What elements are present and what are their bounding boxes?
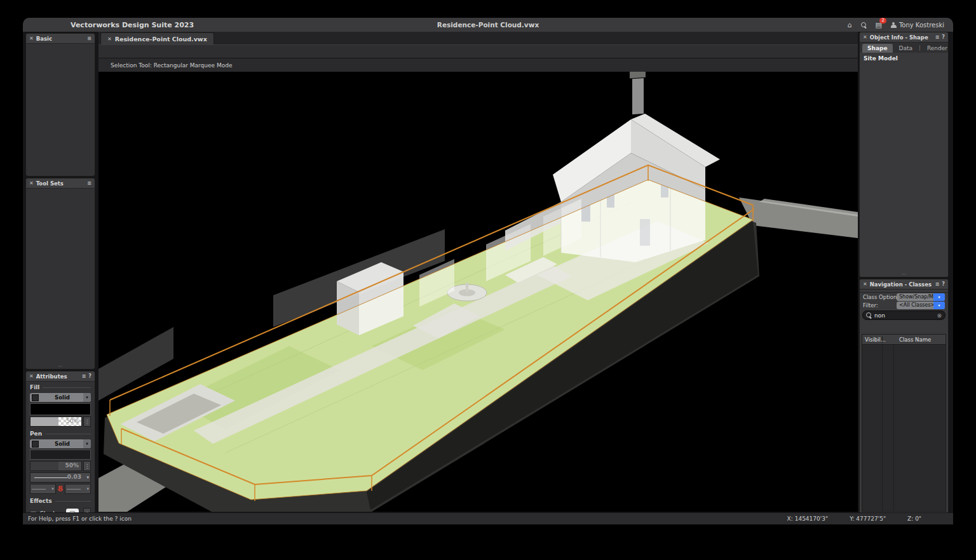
view-toolbar	[98, 44, 858, 58]
fill-style-dropdown[interactable]: Solid▾	[30, 393, 91, 402]
drawing-viewport[interactable]	[98, 72, 858, 512]
clear-search-icon[interactable]: ⊗	[937, 312, 942, 319]
line-weight-dropdown[interactable]: 0.03▾	[30, 472, 91, 483]
pen-opacity-options-button[interactable]: ⋮	[83, 461, 91, 471]
pen-opacity-fill	[30, 462, 58, 470]
panel-menu-icon[interactable]: ≡	[935, 34, 940, 40]
palette-close-icon[interactable]: ✕	[29, 180, 34, 186]
class-options-value: Show/Snap/Modify O...	[897, 294, 933, 300]
window-controls	[30, 22, 62, 29]
chevron-down-icon: ▾	[87, 486, 90, 491]
z-coord-value: 0"	[915, 516, 921, 522]
attributes-palette: ✕Attributes≡? Fill Solid▾ 50%⋮ Pen Solid…	[25, 371, 95, 514]
palette-title: Attributes	[36, 373, 67, 380]
palette-close-icon[interactable]: ✕	[863, 34, 867, 40]
help-text: For Help, press F1 or click the ? icon	[28, 516, 132, 522]
chevron-down-icon: ▾	[86, 475, 89, 480]
palette-title: Tool Sets	[36, 180, 64, 187]
close-window-button[interactable]	[30, 22, 37, 29]
user-icon	[891, 22, 897, 28]
title-bar: Vectorworks Design Suite 2023 Residence-…	[23, 18, 953, 32]
tool-status-text: Selection Tool: Rectangular Marquee Mode	[111, 62, 232, 69]
document-tab[interactable]: ✕ Residence-Point Cloud.vwx	[100, 32, 214, 44]
panel-title: Navigation - Classes	[870, 281, 932, 288]
y-coord-label: Y:	[850, 516, 854, 522]
tab-separator: |	[919, 44, 921, 51]
chevron-down-icon: ▾	[933, 302, 945, 309]
z-coord-label: Z:	[907, 516, 913, 522]
notification-badge: 2	[879, 18, 886, 23]
basic-tools-palette: ✕Basic≡	[25, 33, 95, 177]
tab-close-icon[interactable]: ✕	[107, 36, 112, 42]
palette-help-icon[interactable]: ?	[88, 373, 92, 379]
fill-swatch	[32, 394, 39, 401]
x-coord-value: 1454170'3"	[795, 516, 828, 522]
chevron-down-icon: ▾	[933, 293, 945, 301]
fill-opacity-fill	[30, 417, 58, 426]
tool-sets-palette: ✕Tool Sets≡ ⋯	[25, 178, 95, 370]
document-tab-bar: ✕ Residence-Point Cloud.vwx	[98, 32, 858, 44]
navigation-classes-panel: ✕Navigation - Classes≡? Class Options: S…	[859, 279, 949, 514]
fill-opacity-options-button[interactable]: ⋮	[83, 417, 91, 427]
pen-style-value: Solid	[41, 441, 83, 447]
pen-opacity-slider[interactable]: 50%	[30, 461, 82, 471]
object-info-panel: ✕Object Info - Shape≡? Shape Data | Rend…	[859, 32, 949, 277]
x-coord-label: X:	[787, 516, 793, 522]
tab-shape[interactable]: Shape	[862, 44, 893, 53]
panel-resize-handle[interactable]: ⋯	[860, 272, 948, 277]
pen-section-label: Pen	[26, 428, 95, 438]
column-class-name[interactable]: Class Name	[894, 337, 946, 343]
cursor-coordinates: X: 1454170'3" Y: 477727'5" Z: 0"	[787, 516, 921, 522]
class-options-dropdown[interactable]: Show/Snap/Modify O...▾	[897, 293, 945, 301]
fill-opacity-slider[interactable]: 50%	[30, 417, 82, 427]
search-icon[interactable]	[861, 22, 867, 28]
palette-menu-icon[interactable]: ≡	[87, 180, 92, 186]
column-visibility[interactable]: Visibil...	[862, 337, 883, 343]
palette-resize-handle[interactable]: ⋯	[26, 364, 95, 369]
zoom-window-button[interactable]	[55, 22, 62, 29]
start-marker-dropdown[interactable]: ▾	[30, 484, 56, 494]
fill-opacity-value: 50%	[66, 418, 79, 424]
classes-table: Visibil... Class Name	[862, 334, 946, 512]
fill-section-label: Fill	[26, 382, 95, 392]
fill-color-bar[interactable]	[30, 403, 91, 415]
palette-menu-icon[interactable]: ≡	[87, 36, 92, 41]
filter-dropdown[interactable]: <All Classes>▾	[897, 302, 945, 309]
tool-mode-bar: Selection Tool: Rectangular Marquee Mode	[98, 58, 858, 72]
user-account[interactable]: Tony Kostreski	[891, 22, 944, 29]
panel-menu-icon[interactable]: ≡	[935, 281, 940, 287]
class-search-field[interactable]: non⊗	[862, 310, 946, 320]
palette-close-icon[interactable]: ✕	[29, 373, 34, 379]
notifications-icon[interactable]: ▤2	[876, 21, 882, 29]
tab-render[interactable]: Render	[922, 44, 952, 53]
palette-menu-icon[interactable]: ≡	[82, 373, 86, 379]
pen-color-bar[interactable]	[30, 450, 91, 460]
end-marker-dropdown[interactable]: ▾	[65, 484, 91, 494]
status-bar: For Help, press F1 or click the ? icon X…	[23, 512, 953, 524]
tab-data[interactable]: Data	[894, 44, 918, 53]
line-weight-preview	[34, 477, 67, 478]
palette-title: Basic	[36, 36, 52, 42]
panel-help-icon[interactable]: ?	[942, 34, 945, 40]
pen-style-dropdown[interactable]: Solid▾	[30, 439, 91, 448]
app-window: Vectorworks Design Suite 2023 Residence-…	[23, 18, 953, 524]
search-icon	[866, 312, 872, 318]
class-options-label: Class Options:	[863, 294, 897, 300]
panel-help-icon[interactable]: ?	[942, 281, 945, 287]
app-title: Vectorworks Design Suite 2023	[71, 21, 194, 29]
pen-opacity-value: 50%	[65, 462, 79, 469]
marker-symbol: 8	[58, 484, 63, 493]
marker-line-preview	[67, 489, 81, 490]
effects-section-label: Effects	[26, 495, 95, 505]
home-icon[interactable]: ⌂	[848, 21, 852, 29]
minimize-window-button[interactable]	[43, 22, 50, 29]
line-weight-value: 0.03	[67, 474, 81, 480]
palette-close-icon[interactable]: ✕	[29, 36, 34, 41]
fill-style-value: Solid	[41, 394, 83, 401]
y-coord-value: 477727'5"	[856, 516, 886, 522]
chevron-down-icon: ▾	[83, 393, 91, 402]
palette-close-icon[interactable]: ✕	[863, 281, 867, 287]
search-value: non	[874, 312, 934, 319]
tab-label: Residence-Point Cloud.vwx	[115, 36, 207, 43]
marker-line-preview	[32, 489, 46, 490]
